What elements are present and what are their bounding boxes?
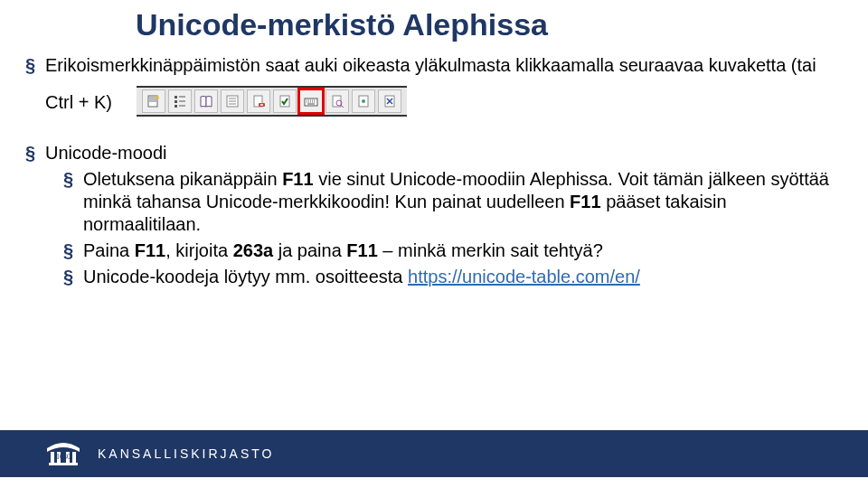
toolbar-btn-doc-sparkle[interactable] bbox=[142, 89, 165, 113]
footer-org: KANSALLISKIRJASTO bbox=[98, 446, 274, 461]
bullet-2-text: Unicode-moodi bbox=[45, 143, 167, 163]
svg-point-1 bbox=[156, 96, 159, 99]
bullet-2b-f11b: F11 bbox=[346, 240, 377, 260]
toolbar-btn-book-open[interactable] bbox=[194, 89, 218, 113]
unicode-table-link[interactable]: https://unicode-table.com/en/ bbox=[408, 267, 640, 286]
svg-rect-18 bbox=[72, 452, 76, 463]
bullet-2b-code: 263a bbox=[233, 240, 274, 260]
bullet-2a: Oletuksena pikanäppäin F11 vie sinut Uni… bbox=[63, 168, 843, 236]
svg-rect-4 bbox=[175, 105, 177, 108]
svg-rect-19 bbox=[49, 463, 78, 465]
toolbar-btn-doc-minus[interactable] bbox=[247, 89, 270, 113]
slide: Unicode-merkistö Alephissa Erikoismerkki… bbox=[0, 0, 868, 488]
toolbar-btn-doc-check[interactable] bbox=[273, 89, 297, 113]
footer-bar: 1640 KANSALLISKIRJASTO bbox=[0, 430, 868, 477]
bullet-2b-pre: Paina bbox=[83, 240, 135, 260]
bullet-2b-mid1: , kirjoita bbox=[165, 240, 232, 260]
toolbar-image bbox=[137, 86, 407, 117]
toolbar-btn-tree-list[interactable] bbox=[168, 89, 192, 113]
bullet-2: Unicode-moodi Oletuksena pikanäppäin F11… bbox=[25, 142, 843, 288]
svg-rect-3 bbox=[175, 100, 177, 103]
bullet-2b: Paina F11, kirjoita 263a ja paina F11 – … bbox=[63, 239, 843, 262]
svg-rect-2 bbox=[175, 96, 177, 99]
bullet-2b-f11a: F11 bbox=[135, 240, 165, 260]
slide-title: Unicode-merkistö Alephissa bbox=[136, 7, 548, 42]
bullet-2a-f11a: F11 bbox=[282, 169, 313, 189]
bullet-2b-post: – minkä merkin sait tehtyä? bbox=[378, 240, 603, 260]
logo-year: 1640 bbox=[56, 453, 71, 461]
svg-point-13 bbox=[362, 99, 365, 103]
footer-logo-icon: 1640 bbox=[43, 437, 83, 470]
bullet-2b-mid2: ja paina bbox=[273, 240, 346, 260]
toolbar-btn-keyboard[interactable] bbox=[299, 89, 323, 113]
bullet-2a-f11b: F11 bbox=[570, 192, 600, 211]
svg-rect-15 bbox=[51, 452, 54, 463]
slide-body: Erikoismerkkinäppäimistön saat auki oike… bbox=[25, 54, 843, 297]
toolbar-btn-list-lines[interactable] bbox=[221, 89, 244, 113]
bullet-2c: Unicode-koodeja löytyy mm. osoitteesta h… bbox=[63, 266, 843, 288]
toolbar bbox=[137, 86, 407, 117]
toolbar-btn-doc-search[interactable] bbox=[326, 89, 349, 113]
toolbar-btn-doc-x[interactable] bbox=[378, 89, 401, 113]
toolbar-btn-doc-dot[interactable] bbox=[352, 89, 375, 113]
bullet-1: Erikoismerkkinäppäimistön saat auki oike… bbox=[25, 54, 843, 133]
bullet-2a-pre: Oletuksena pikanäppäin bbox=[83, 169, 282, 189]
bullet-2c-pre: Unicode-koodeja löytyy mm. osoitteesta bbox=[83, 267, 408, 286]
